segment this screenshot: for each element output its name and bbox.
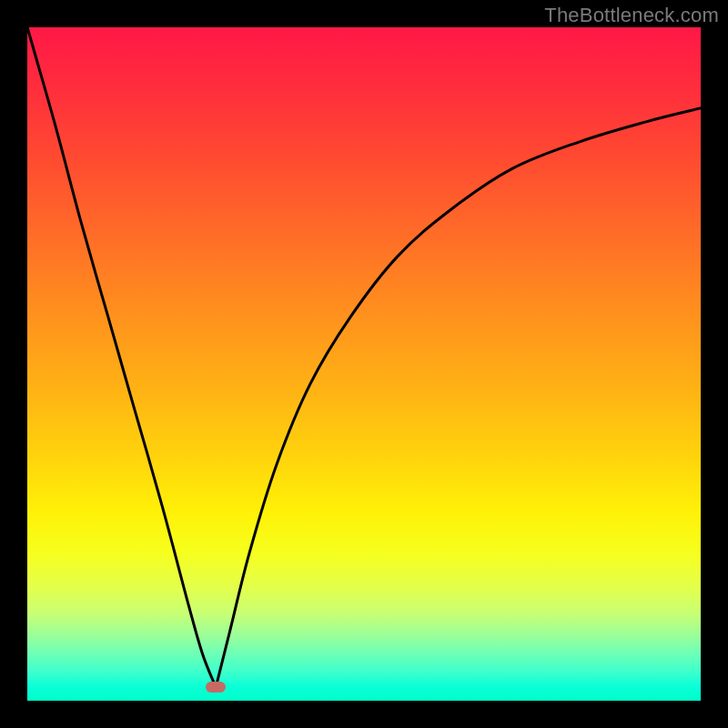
watermark-text: TheBottleneck.com — [544, 4, 719, 27]
bottleneck-curve — [27, 27, 701, 701]
chart-frame: TheBottleneck.com — [0, 0, 728, 728]
optimum-marker — [206, 682, 226, 693]
plot-area — [27, 27, 701, 701]
curve-path — [27, 27, 701, 687]
